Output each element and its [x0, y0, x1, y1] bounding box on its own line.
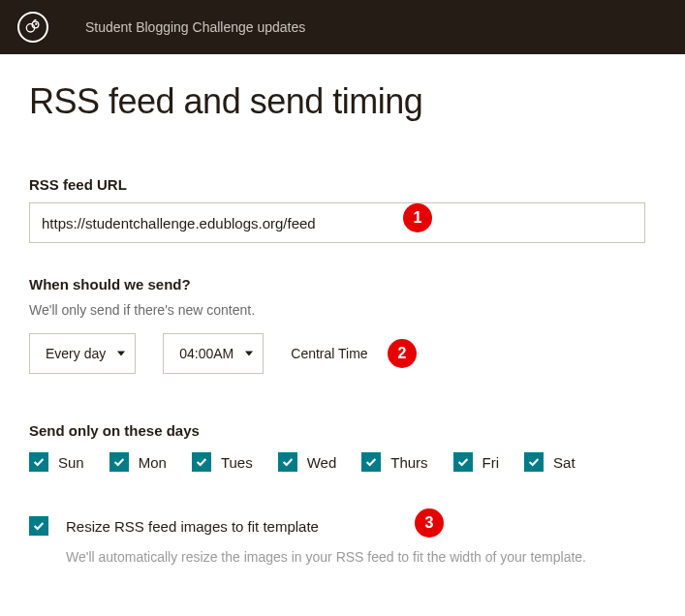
days-section: Send only on these days Sun Mon Tues Wed… — [29, 422, 656, 472]
frequency-value: Every day — [46, 346, 106, 361]
day-checkbox-fri[interactable]: Fri — [453, 452, 500, 472]
day-label: Mon — [139, 454, 167, 471]
day-checkbox-wed[interactable]: Wed — [278, 452, 337, 472]
days-label: Send only on these days — [29, 422, 656, 439]
annotation-badge-3: 3 — [415, 508, 444, 538]
checkbox-checked-icon — [29, 516, 48, 536]
rss-url-label: RSS feed URL — [29, 176, 656, 193]
frequency-select[interactable]: Every day — [29, 333, 136, 374]
checkbox-checked-icon — [278, 452, 297, 472]
topbar-title: Student Blogging Challenge updates — [85, 19, 305, 35]
page-title: RSS feed and send timing — [29, 81, 656, 122]
page-content: RSS feed and send timing RSS feed URL 1 … — [0, 54, 685, 603]
resize-checkbox[interactable] — [29, 516, 48, 536]
annotation-badge-2: 2 — [388, 339, 417, 368]
schedule-label: When should we send? — [29, 276, 656, 293]
time-value: 04:00AM — [179, 346, 234, 361]
svg-point-2 — [36, 23, 37, 24]
day-checkbox-mon[interactable]: Mon — [109, 452, 167, 472]
topbar: Student Blogging Challenge updates — [0, 0, 685, 54]
day-checkbox-tues[interactable]: Tues — [192, 452, 253, 472]
day-checkbox-thurs[interactable]: Thurs — [361, 452, 427, 472]
day-label: Fri — [483, 454, 500, 471]
resize-label: Resize RSS feed images to fit template — [66, 518, 319, 535]
day-label: Sat — [553, 454, 576, 471]
day-checkbox-sun[interactable]: Sun — [29, 452, 84, 472]
day-label: Sun — [58, 454, 84, 471]
schedule-section: When should we send? We'll only send if … — [29, 276, 656, 374]
rss-url-section: RSS feed URL 1 — [29, 176, 656, 243]
day-label: Thurs — [390, 454, 427, 471]
checkbox-checked-icon — [109, 452, 129, 472]
chevron-down-icon — [117, 352, 125, 356]
chevron-down-icon — [245, 352, 253, 356]
rss-url-input[interactable] — [29, 202, 645, 243]
checkbox-checked-icon — [29, 452, 48, 472]
checkbox-checked-icon — [361, 452, 381, 472]
schedule-helper: We'll only send if there's new content. — [29, 302, 656, 318]
resize-section: Resize RSS feed images to fit template W… — [29, 516, 656, 565]
checkbox-checked-icon — [524, 452, 544, 472]
checkbox-checked-icon — [192, 452, 211, 472]
checkbox-checked-icon — [453, 452, 473, 472]
mailchimp-logo-icon — [17, 12, 48, 43]
timezone-label: Central Time — [291, 346, 367, 361]
day-checkbox-sat[interactable]: Sat — [524, 452, 576, 472]
day-label: Tues — [221, 454, 253, 471]
resize-helper: We'll automatically resize the images in… — [66, 549, 656, 565]
days-row: Sun Mon Tues Wed Thurs Fri — [29, 452, 656, 472]
schedule-controls: Every day 04:00AM Central Time 2 — [29, 333, 656, 374]
annotation-badge-1: 1 — [403, 203, 432, 232]
day-label: Wed — [307, 454, 337, 471]
time-select[interactable]: 04:00AM — [163, 333, 264, 374]
